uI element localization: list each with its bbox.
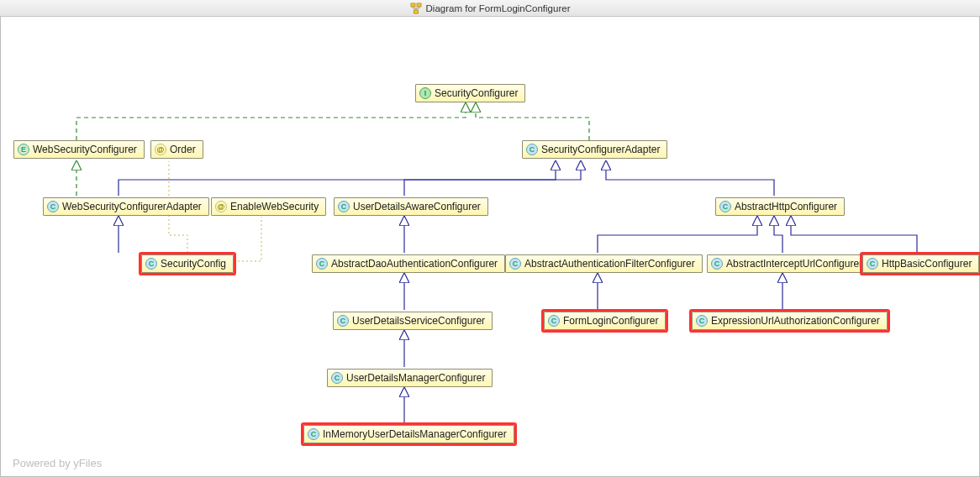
type-badge-icon: @ — [155, 144, 166, 155]
node-expressionUrlAuthorizationConfigurer[interactable]: CExpressionUrlAuthorizationConfigurer — [692, 312, 888, 330]
type-badge-icon: C — [867, 258, 878, 270]
type-badge-icon: E — [18, 144, 29, 155]
node-userDetailsManagerConfigurer[interactable]: CUserDetailsManagerConfigurer — [327, 369, 493, 387]
type-badge-icon: C — [47, 201, 59, 212]
node-abstractInterceptUrlConfigurer[interactable]: CAbstractInterceptUrlConfigurer — [707, 254, 870, 273]
edge — [791, 217, 917, 253]
footer-credit: Powered by yFiles — [13, 457, 102, 469]
type-badge-icon: C — [316, 258, 328, 270]
type-badge-icon: C — [509, 258, 521, 270]
node-label: WebSecurityConfigurerAdapter — [62, 201, 202, 212]
node-label: FormLoginConfigurer — [563, 315, 658, 327]
node-webSecurityConfigurer[interactable]: EWebSecurityConfigurer — [13, 140, 145, 159]
edge — [476, 103, 589, 140]
node-label: AbstractAuthenticationFilterConfigurer — [524, 258, 695, 270]
node-label: HttpBasicConfigurer — [882, 258, 972, 270]
node-label: AbstractInterceptUrlConfigurer — [726, 258, 862, 270]
window-title: Diagram for FormLoginConfigurer — [426, 3, 571, 13]
svg-rect-1 — [417, 3, 421, 7]
type-badge-icon: C — [338, 201, 350, 212]
type-badge-icon: C — [548, 315, 560, 327]
type-badge-icon: I — [419, 87, 431, 99]
edge — [76, 103, 466, 140]
node-httpBasicConfigurer[interactable]: CHttpBasicConfigurer — [862, 254, 979, 273]
svg-rect-0 — [411, 3, 415, 7]
node-userDetailsServiceConfigurer[interactable]: CUserDetailsServiceConfigurer — [333, 312, 493, 330]
node-inMemoryUserDetailsManagerConfigurer[interactable]: CInMemoryUserDetailsManagerConfigurer — [303, 425, 514, 443]
node-abstractDaoAuthenticationConfigurer[interactable]: CAbstractDaoAuthenticationConfigurer — [312, 254, 505, 273]
node-label: UserDetailsServiceConfigurer — [352, 315, 485, 327]
node-label: SecurityConfigurerAdapter — [541, 144, 660, 155]
node-userDetailsAwareConfigurer[interactable]: CUserDetailsAwareConfigurer — [334, 197, 488, 216]
node-enableWebSecurity[interactable]: @EnableWebSecurity — [211, 197, 326, 216]
node-label: ExpressionUrlAuthorizationConfigurer — [711, 315, 880, 327]
node-label: UserDetailsAwareConfigurer — [353, 201, 481, 212]
node-label: UserDetailsManagerConfigurer — [346, 372, 485, 384]
type-badge-icon: C — [696, 315, 708, 327]
edge — [606, 161, 774, 196]
edge — [598, 217, 757, 253]
type-badge-icon: C — [711, 258, 723, 270]
type-badge-icon: C — [526, 144, 538, 155]
node-abstractHttpConfigurer[interactable]: CAbstractHttpConfigurer — [715, 197, 845, 216]
svg-rect-2 — [414, 10, 418, 13]
edge — [119, 161, 556, 196]
node-label: WebSecurityConfigurer — [33, 144, 137, 155]
node-securityConfigurerAdapter[interactable]: CSecurityConfigurerAdapter — [522, 140, 667, 159]
node-label: AbstractDaoAuthenticationConfigurer — [331, 258, 498, 270]
node-order[interactable]: @Order — [150, 140, 203, 159]
diagram-icon — [410, 3, 422, 14]
node-securityConfig[interactable]: CSecurityConfig — [141, 254, 234, 273]
node-label: InMemoryUserDetailsManagerConfigurer — [323, 428, 507, 440]
node-label: EnableWebSecurity — [230, 201, 319, 212]
type-badge-icon: C — [145, 258, 157, 270]
node-label: SecurityConfigurer — [435, 87, 518, 99]
type-badge-icon: C — [719, 201, 731, 212]
title-bar: Diagram for FormLoginConfigurer — [0, 0, 980, 17]
type-badge-icon: @ — [215, 201, 227, 212]
node-label: Order — [170, 144, 196, 155]
node-formLoginConfigurer[interactable]: CFormLoginConfigurer — [544, 312, 666, 330]
node-label: AbstractHttpConfigurer — [735, 201, 837, 212]
type-badge-icon: C — [308, 428, 319, 440]
diagram-canvas[interactable]: ISecurityConfigurerEWebSecurityConfigure… — [0, 17, 980, 477]
node-securityConfigurer[interactable]: ISecurityConfigurer — [415, 84, 525, 102]
node-abstractAuthenticationFilterConfigurer[interactable]: CAbstractAuthenticationFilterConfigurer — [505, 254, 703, 273]
node-webSecurityConfigurerAdapter[interactable]: CWebSecurityConfigurerAdapter — [43, 197, 209, 216]
edge — [774, 217, 782, 253]
node-label: SecurityConfig — [161, 258, 226, 270]
type-badge-icon: C — [337, 315, 349, 327]
edge — [404, 161, 581, 196]
type-badge-icon: C — [331, 372, 343, 384]
